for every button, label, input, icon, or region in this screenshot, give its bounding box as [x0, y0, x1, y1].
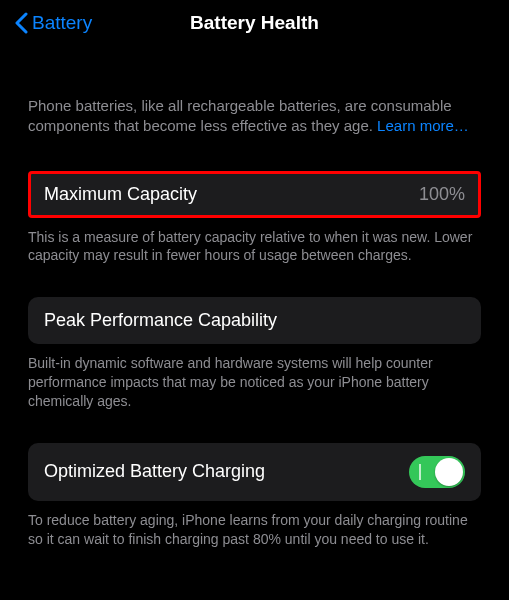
intro-description: Phone batteries, like all rechargeable b… — [28, 96, 481, 137]
nav-header: Battery Battery Health — [0, 0, 509, 48]
max-capacity-caption: This is a measure of battery capacity re… — [28, 228, 481, 266]
optimized-charging-label: Optimized Battery Charging — [44, 461, 265, 482]
learn-more-link[interactable]: Learn more… — [377, 117, 469, 134]
max-capacity-label: Maximum Capacity — [44, 184, 197, 205]
toggle-thumb-icon — [435, 458, 463, 486]
peak-performance-caption: Built-in dynamic software and hardware s… — [28, 354, 481, 411]
peak-performance-row[interactable]: Peak Performance Capability — [28, 297, 481, 344]
max-capacity-value: 100% — [419, 184, 465, 205]
toggle-on-indicator-icon — [419, 464, 421, 480]
content-area: Phone batteries, like all rechargeable b… — [0, 96, 509, 549]
back-label: Battery — [32, 12, 92, 34]
max-capacity-row[interactable]: Maximum Capacity 100% — [28, 171, 481, 218]
optimized-charging-toggle[interactable] — [409, 456, 465, 488]
optimized-charging-caption: To reduce battery aging, iPhone learns f… — [28, 511, 481, 549]
optimized-charging-row: Optimized Battery Charging — [28, 443, 481, 501]
chevron-left-icon — [14, 12, 28, 34]
peak-performance-label: Peak Performance Capability — [44, 310, 277, 331]
back-button[interactable]: Battery — [14, 12, 92, 34]
